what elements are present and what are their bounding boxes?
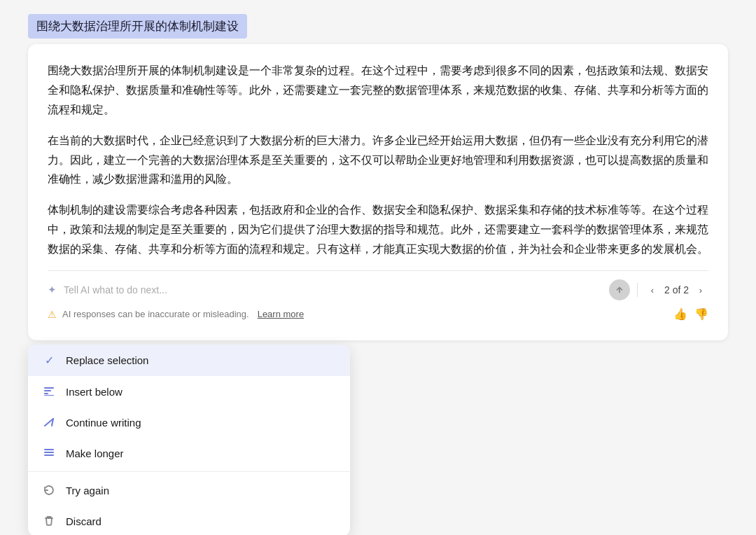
menu-item-make-longer[interactable]: Make longer (28, 438, 350, 468)
next-page-button[interactable]: › (693, 282, 708, 298)
arrow-up-icon (615, 285, 624, 295)
menu-label-continue-writing: Continue writing (66, 417, 141, 429)
svg-rect-6 (44, 449, 54, 450)
feedback-buttons: 👍 👎 (673, 307, 708, 321)
menu-item-replace[interactable]: ✓ Replace selection (28, 345, 350, 376)
pagination: ‹ 2 of 2 › (645, 282, 708, 298)
learn-more-link[interactable]: Learn more (258, 309, 304, 319)
thumbs-down-button[interactable]: 👎 (694, 307, 708, 321)
paragraph-1: 围绕大数据治理所开展的体制机制建设是一个非常复杂的过程。在这个过程中，需要考虑到… (48, 61, 708, 120)
discard-icon (42, 515, 56, 527)
longer-icon (42, 447, 56, 459)
menu-label-make-longer: Make longer (66, 447, 124, 459)
menu-item-continue-writing[interactable]: Continue writing (28, 407, 350, 438)
check-icon: ✓ (42, 354, 56, 367)
warning-row: ⚠ AI responses can be inaccurate or misl… (48, 300, 708, 324)
title-bar: 围绕大数据治理所开展的体制机制建设 (28, 14, 247, 39)
menu-item-discard[interactable]: Discard (28, 506, 350, 535)
content-card: 围绕大数据治理所开展的体制机制建设是一个非常复杂的过程。在这个过程中，需要考虑到… (28, 44, 728, 340)
sparkle-icon: ✦ (48, 284, 57, 296)
menu-item-try-again[interactable]: Try again (28, 475, 350, 506)
ai-input-row: ✦ Tell AI what to do next... ‹ 2 of 2 › (48, 270, 708, 300)
warning-left: ⚠ AI responses can be inaccurate or misl… (48, 309, 304, 320)
prev-page-button[interactable]: ‹ (645, 282, 660, 298)
content-text: 围绕大数据治理所开展的体制机制建设是一个非常复杂的过程。在这个过程中，需要考虑到… (48, 61, 708, 259)
ai-placeholder[interactable]: Tell AI what to do next... (64, 284, 602, 296)
svg-rect-8 (44, 454, 54, 456)
dropdown-menu: ✓ Replace selection Insert below (28, 345, 350, 535)
divider (637, 283, 638, 297)
paragraph-3: 体制机制的建设需要综合考虑各种因素，包括政府和企业的合作、数据安全和隐私保护、数… (48, 200, 708, 259)
menu-label-insert-below: Insert below (66, 386, 122, 398)
retry-icon (42, 484, 56, 496)
main-container: 围绕大数据治理所开展的体制机制建设 围绕大数据治理所开展的体制机制建设是一个非常… (28, 14, 728, 535)
menu-separator (28, 471, 350, 472)
warning-icon: ⚠ (48, 309, 57, 320)
warning-text: AI responses can be inaccurate or mislea… (62, 309, 249, 319)
menu-label-try-again: Try again (66, 485, 109, 496)
menu-label-discard: Discard (66, 515, 102, 527)
menu-item-insert-below[interactable]: Insert below (28, 376, 350, 407)
write-icon (42, 416, 56, 429)
svg-rect-2 (44, 393, 48, 394)
page-count: 2 of 2 (664, 284, 689, 296)
insert-icon (42, 385, 56, 398)
thumbs-up-button[interactable]: 👍 (673, 307, 687, 321)
svg-rect-3 (44, 395, 54, 396)
svg-rect-0 (44, 387, 54, 389)
svg-rect-1 (44, 390, 51, 391)
ai-submit-button[interactable] (609, 279, 630, 300)
menu-label-replace: Replace selection (66, 354, 148, 366)
page-title: 围绕大数据治理所开展的体制机制建设 (36, 20, 239, 33)
paragraph-2: 在当前的大数据时代，企业已经意识到了大数据分析的巨大潜力。许多企业已经开始运用大… (48, 131, 708, 190)
svg-rect-7 (44, 452, 54, 453)
